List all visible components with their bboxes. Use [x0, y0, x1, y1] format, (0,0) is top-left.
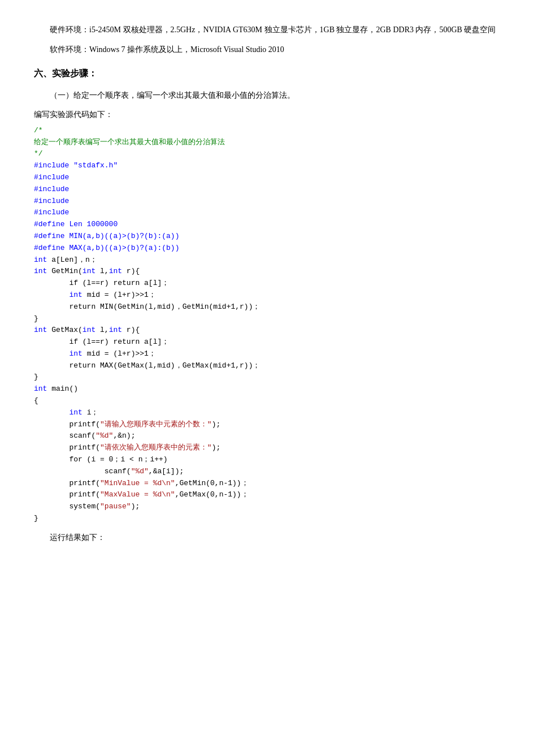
code-line-2: 给定一个顺序表编写一个求出其最大值和最小值的分治算法	[34, 137, 500, 149]
code-block: /* 给定一个顺序表编写一个求出其最大值和最小值的分治算法 */ #includ…	[34, 125, 500, 525]
code-line-30: scanf("%d",&a[i]);	[34, 466, 500, 478]
code-line-4: #include "stdafx.h"	[34, 160, 500, 172]
code-line-12: int a[Len]，n；	[34, 254, 500, 266]
code-line-5: #include	[34, 172, 500, 184]
section-title: 六、实验步骤：	[34, 68, 500, 80]
software-text: 软件环境：Windows 7 操作系统及以上，Microsoft Visual …	[50, 45, 284, 54]
code-line-24: {	[34, 395, 500, 407]
code-line-10: #define MIN(a,b)((a)>(b)?(b):(a))	[34, 231, 500, 243]
code-line-33: system("pause");	[34, 501, 500, 513]
code-line-22: }	[34, 371, 500, 383]
code-intro: 编写实验源代码如下：	[34, 107, 500, 122]
code-line-21: return MAX(GetMax(l,mid)，GetMax(mid+1,r)…	[34, 360, 500, 372]
code-line-6: #include	[34, 184, 500, 196]
code-line-17: }	[34, 313, 500, 325]
code-line-11: #define MAX(a,b)((a)>(b)?(a):(b))	[34, 243, 500, 254]
code-line-20: int mid = (l+r)>>1；	[34, 348, 500, 360]
code-line-16: return MIN(GetMin(l,mid)，GetMin(mid+1,r)…	[34, 301, 500, 313]
code-line-27: scanf("%d",&n);	[34, 430, 500, 442]
code-line-18: int GetMax(int l,int r){	[34, 325, 500, 336]
code-line-7: #include	[34, 196, 500, 208]
hardware-section: 硬件环境：i5-2450M 双核处理器，2.5GHz，NVIDIA GT630M…	[34, 23, 500, 37]
code-line-1: /*	[34, 125, 500, 137]
code-line-8: #include	[34, 207, 500, 219]
code-line-19: if (l==r) return a[l]；	[34, 336, 500, 348]
code-line-26: printf("请输入您顺序表中元素的个数：");	[34, 419, 500, 431]
code-line-31: printf("MinValue = %d\n",GetMin(0,n-1))；	[34, 478, 500, 490]
code-line-14: if (l==r) return a[l]；	[34, 278, 500, 290]
code-line-32: printf("MaxValue = %d\n",GetMax(0,n-1))；	[34, 489, 500, 501]
software-section: 软件环境：Windows 7 操作系统及以上，Microsoft Visual …	[34, 42, 500, 57]
code-line-15: int mid = (l+r)>>1；	[34, 290, 500, 301]
code-line-29: for (i = 0；i < n；i++)	[34, 454, 500, 466]
sub-section: （一）给定一个顺序表，编写一个求出其最大值和最小值的分治算法。	[34, 88, 500, 102]
hardware-text: 硬件环境：i5-2450M 双核处理器，2.5GHz，NVIDIA GT630M…	[50, 25, 496, 34]
code-line-9: #define Len 1000000	[34, 219, 500, 231]
code-line-23: int main()	[34, 383, 500, 395]
result-label: 运行结果如下：	[34, 530, 500, 545]
code-line-3: */	[34, 148, 500, 160]
code-line-28: printf("请依次输入您顺序表中的元素：");	[34, 442, 500, 454]
code-line-25: int i；	[34, 407, 500, 419]
code-line-34: }	[34, 513, 500, 525]
code-line-13: int GetMin(int l,int r){	[34, 266, 500, 278]
